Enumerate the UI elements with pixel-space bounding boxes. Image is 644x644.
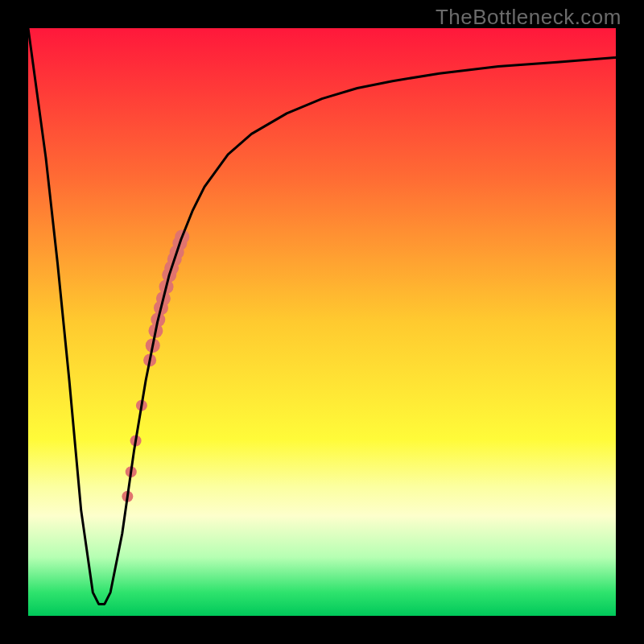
chart-svg bbox=[28, 28, 616, 616]
plot-area bbox=[28, 28, 616, 616]
watermark-text: TheBottleneck.com bbox=[436, 5, 621, 30]
gradient-background bbox=[28, 28, 616, 616]
outer-frame: TheBottleneck.com bbox=[0, 0, 644, 644]
